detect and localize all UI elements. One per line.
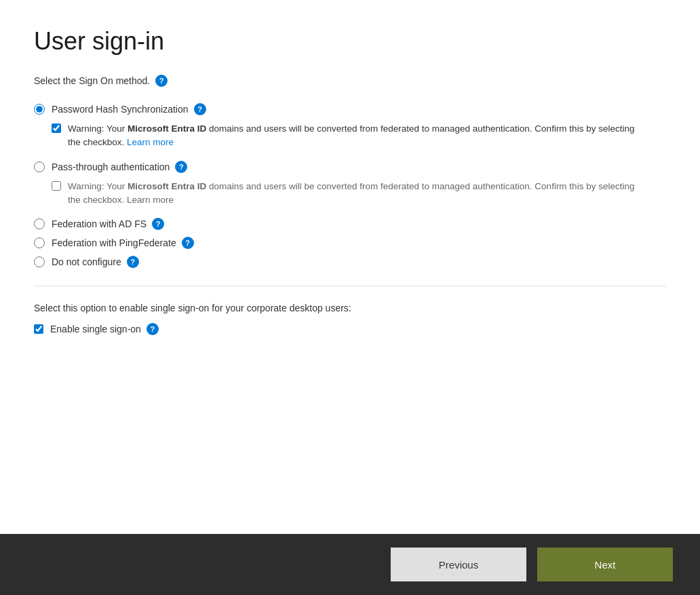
option-password-hash[interactable]: Password Hash Synchronization ? [34, 103, 666, 115]
sso-description: Select this option to enable single sign… [34, 303, 666, 313]
option-federation-ping[interactable]: Federation with PingFederate ? [34, 237, 666, 249]
pass-through-learn-more-link[interactable]: Learn more [127, 195, 174, 205]
federation-ping-help-icon[interactable]: ? [182, 237, 194, 249]
pass-through-warning: Warning: Your Microsoft Entra ID domains… [52, 180, 666, 208]
footer: Previous Next [0, 534, 700, 595]
enable-sso-label: Enable single sign-on [50, 324, 141, 334]
subtitle-help-icon[interactable]: ? [155, 75, 168, 87]
password-hash-warning-text: Warning: Your Microsoft Entra ID domains… [68, 122, 644, 150]
radio-do-not-configure[interactable] [34, 256, 45, 267]
radio-federation-adfs[interactable] [34, 218, 45, 229]
main-content: User sign-in Select the Sign On method. … [0, 0, 700, 534]
radio-pass-through[interactable] [34, 161, 45, 172]
subtitle: Select the Sign On method. ? [34, 75, 666, 87]
enable-sso-option[interactable]: Enable single sign-on ? [34, 323, 666, 335]
options-section: Password Hash Synchronization ? Warning:… [34, 103, 666, 272]
do-not-configure-help-icon[interactable]: ? [127, 256, 139, 268]
option-password-hash-label: Password Hash Synchronization [52, 104, 189, 115]
sso-section: Select this option to enable single sign… [34, 303, 666, 335]
option-do-not-configure[interactable]: Do not configure ? [34, 256, 666, 268]
pass-through-help-icon[interactable]: ? [175, 161, 187, 173]
sso-help-icon[interactable]: ? [147, 323, 159, 335]
option-federation-adfs-label: Federation with AD FS [52, 218, 147, 229]
subtitle-text: Select the Sign On method. [34, 75, 150, 86]
pass-through-warning-checkbox[interactable] [52, 181, 61, 191]
next-button[interactable]: Next [537, 548, 673, 581]
federation-adfs-help-icon[interactable]: ? [152, 218, 164, 230]
page-title: User sign-in [34, 27, 666, 56]
option-federation-adfs[interactable]: Federation with AD FS ? [34, 218, 666, 230]
option-federation-ping-label: Federation with PingFederate [52, 237, 176, 248]
option-pass-through-label: Pass-through authentication [52, 161, 170, 172]
radio-federation-ping[interactable] [34, 237, 45, 248]
previous-button[interactable]: Previous [391, 548, 526, 581]
section-divider [34, 286, 666, 286]
password-hash-warning: Warning: Your Microsoft Entra ID domains… [52, 122, 666, 150]
radio-password-hash[interactable] [34, 104, 45, 115]
password-hash-help-icon[interactable]: ? [194, 103, 206, 115]
option-do-not-configure-label: Do not configure [52, 256, 121, 267]
password-hash-warning-checkbox[interactable] [52, 123, 61, 133]
password-hash-learn-more-link[interactable]: Learn more [127, 137, 174, 147]
option-pass-through[interactable]: Pass-through authentication ? [34, 161, 666, 173]
enable-sso-checkbox[interactable] [34, 324, 43, 334]
pass-through-warning-text: Warning: Your Microsoft Entra ID domains… [68, 180, 644, 208]
